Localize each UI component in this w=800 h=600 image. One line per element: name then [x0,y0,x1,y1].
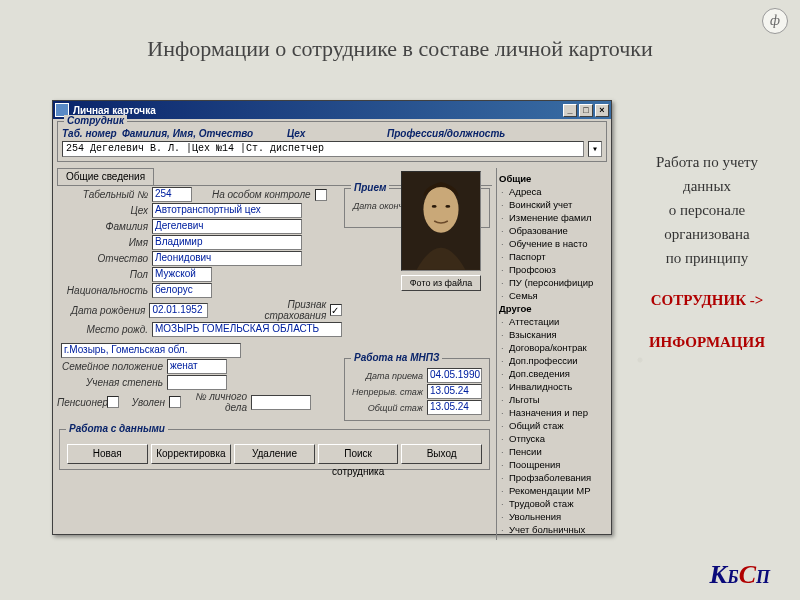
lbl-birthplace: Место рожд. [57,324,152,335]
btn-exit[interactable]: Выход [401,444,482,464]
tree-item[interactable]: Поощрения [499,458,609,471]
hdr-ceh: Цех [287,128,387,139]
tree-item[interactable]: Взыскания [499,328,609,341]
tree-item[interactable]: Воинский учет [499,198,609,211]
chk-pension[interactable] [107,396,119,408]
input-fam[interactable]: Дегелевич [152,219,302,234]
side-line: организована [632,222,782,246]
lbl-family: Семейное положение [57,361,167,372]
lbl-name: Имя [57,237,152,248]
lbl-pension: Пенсионер [57,397,107,408]
lbl-hired: Дата приема [349,371,427,381]
svg-point-3 [445,205,450,208]
tree-item[interactable]: Образование [499,224,609,237]
btn-find[interactable]: Поиск сотрудника [318,444,399,464]
tree-item[interactable]: Доп.профессии [499,354,609,367]
input-tabno[interactable]: 254 [152,187,192,202]
tree-item[interactable]: Рекомендации МР [499,484,609,497]
input-pol[interactable]: Мужской [152,267,212,282]
tab-general[interactable]: Общие сведения [57,168,154,185]
tree-item[interactable]: Увольнения [499,510,609,523]
lbl-strah: Признак страхования [226,299,330,321]
chk-special[interactable] [315,189,327,201]
svg-point-1 [423,186,458,233]
grp-priem: Прием [351,182,389,193]
tree-root-other[interactable]: Другое [499,302,609,315]
tree-item[interactable]: Профзаболевания [499,471,609,484]
tree-item[interactable]: Изменение фамил [499,211,609,224]
input-name[interactable]: Владимир [152,235,302,250]
tree-item[interactable]: Льготы [499,393,609,406]
tree-item[interactable]: Аттестации [499,315,609,328]
lbl-ceh: Цех [57,205,152,216]
titlebar[interactable]: Личная карточка _ □ × [53,101,611,119]
chk-strah[interactable]: ✓ [330,304,342,316]
btn-new[interactable]: Новая [67,444,148,464]
input-ceh[interactable]: Автотранспортный цех [152,203,302,218]
input-cont[interactable]: 13.05.24 [427,384,482,399]
close-button[interactable]: × [595,104,609,117]
side-red: СОТРУДНИК -> [632,288,782,312]
btn-delete[interactable]: Удаление [234,444,315,464]
lbl-nat: Национальность [57,285,152,296]
window-title: Личная карточка [73,105,156,116]
minimize-button[interactable]: _ [563,104,577,117]
input-family[interactable]: женат [167,359,227,374]
employee-summary-field[interactable]: 254 Дегелевич В. Л. |Цех №14 |Ст. диспет… [62,141,584,157]
tree-item[interactable]: Профсоюз [499,263,609,276]
input-dob[interactable]: 02.01.1952 [149,303,207,318]
grp-actions: Работа с данными [66,423,168,434]
grp-mnpz: Работа на МНПЗ [351,352,442,363]
tree-item[interactable]: Адреса [499,185,609,198]
group-legend: Сотрудник [64,115,127,126]
tree-item[interactable]: Назначения и пер [499,406,609,419]
chk-fired[interactable] [169,396,181,408]
input-hired[interactable]: 04.05.1990 [427,368,482,383]
lbl-dob: Дата рождения [57,305,149,316]
input-delo[interactable] [251,395,311,410]
tree-item[interactable]: Общий стаж [499,419,609,432]
btn-photo-from-file[interactable]: Фото из файла [401,275,481,291]
input-nat[interactable]: белорус [152,283,212,298]
input-degree[interactable] [167,375,227,390]
side-red: ИНФОРМАЦИЯ [632,330,782,354]
maximize-button[interactable]: □ [579,104,593,117]
input-otch[interactable]: Леонидович [152,251,302,266]
tree-item[interactable]: Отпуска [499,432,609,445]
slide-title: Информации о сотруднике в составе личной… [0,36,800,62]
tree-item[interactable]: Семья [499,289,609,302]
lbl-total: Общий стаж [349,403,427,413]
tree-root-general[interactable]: Общие [499,172,609,185]
hdr-tabno: Таб. номер [62,128,122,139]
hdr-fio: Фамилия, Имя, Отчество [122,128,287,139]
input-addr[interactable]: г.Мозырь, Гомельская обл. [61,343,241,358]
tree-item[interactable]: ПУ (персонифицир [499,276,609,289]
btn-edit[interactable]: Корректировка [151,444,232,464]
lbl-delo: № личного дела [181,391,251,413]
lbl-degree: Ученая степень [57,377,167,388]
svg-point-2 [432,205,437,208]
tree-item[interactable]: Учет больничных [499,523,609,536]
tree-item[interactable]: Обучение в насто [499,237,609,250]
tree-item[interactable]: Трудовой стаж [499,497,609,510]
dropdown-button[interactable]: ▾ [588,141,602,157]
footer-brand: КБСП [710,560,770,590]
tree-item[interactable]: Договора/контрак [499,341,609,354]
corner-logo: ф [762,8,788,34]
tree-item[interactable]: Паспорт [499,250,609,263]
employee-photo [401,171,481,271]
side-line: Работа по учету [632,150,782,174]
lbl-cont: Непрерыв. стаж [349,387,427,397]
input-total[interactable]: 13.05.24 [427,400,482,415]
tree-item[interactable]: Инвалидность [499,380,609,393]
info-tree[interactable]: Общие АдресаВоинский учетИзменение фамил… [497,170,611,538]
hdr-prof: Профессия/должность [387,128,505,139]
employee-header-group: Сотрудник Таб. номер Фамилия, Имя, Отчес… [57,121,607,162]
tree-item[interactable]: Доп.сведения [499,367,609,380]
personal-card-window: Личная карточка _ □ × Сотрудник Таб. ном… [52,100,612,535]
lbl-special: На особом контроле [212,189,315,200]
tree-item[interactable]: Пенсии [499,445,609,458]
input-birthplace[interactable]: МОЗЫРЬ ГОМЕЛЬСКАЯ ОБЛАСТЬ [152,322,342,337]
lbl-fam: Фамилия [57,221,152,232]
lbl-tabno: Табельный № [57,189,152,200]
